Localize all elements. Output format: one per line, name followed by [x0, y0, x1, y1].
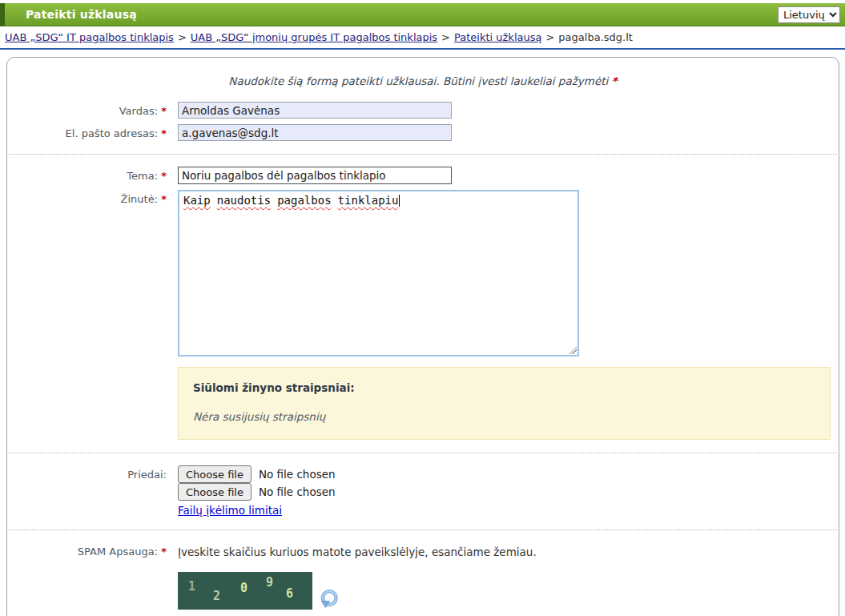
spam-label: SPAM Apsauga: * [7, 542, 167, 558]
no-file-chosen-text-2: No file chosen [259, 485, 336, 498]
captcha-digit: 1 [188, 581, 195, 593]
email-row: El. pašto adresas: * [7, 124, 839, 141]
message-row: Žinutė: * Kaipnaudotispagalbostinklapiu … [7, 190, 839, 440]
upload-limits-link[interactable]: Failų įkėlimo limitai [178, 504, 282, 517]
subject-row: Tema: * [7, 167, 839, 184]
choose-file-button-2[interactable]: Choose file [178, 483, 251, 501]
section-divider [9, 154, 837, 155]
spam-instruction-text: Įveskite skaičius kuriuos matote paveiks… [178, 542, 839, 558]
section-divider [9, 529, 837, 530]
required-marker: * [161, 170, 167, 182]
attachments-label: Priedai: [7, 465, 167, 481]
email-input[interactable] [178, 124, 452, 141]
kb-suggestions-box: Siūlomi žinyno straipsniai: Nėra susijus… [178, 367, 831, 440]
breadcrumb-current: pagalba.sdg.lt [558, 31, 633, 43]
header-divider [0, 48, 845, 50]
message-word: pagalbos [277, 194, 331, 207]
form-intro-label: Naudokite šią formą pateikti užklausai. … [228, 74, 608, 87]
subject-label: Tema: * [7, 167, 167, 182]
breadcrumb-link[interactable]: Pateikti užklausą [454, 31, 541, 43]
ticket-form-panel: Naudokite šią formą pateikti užklausai. … [6, 57, 839, 616]
required-marker: * [612, 74, 618, 87]
page-title: Pateikti užklausą [5, 8, 137, 21]
form-intro-text: Naudokite šią formą pateikti užklausai. … [7, 74, 839, 87]
name-label: Vardas: * [7, 102, 167, 117]
email-label: El. pašto adresas: * [7, 124, 167, 139]
breadcrumb-separator: > [178, 31, 187, 43]
breadcrumb-link[interactable]: UAB „SDG“ įmonių grupės IT pagalbos tink… [191, 31, 437, 43]
kb-suggestions-empty-text: Nėra susijusių straipsnių [193, 410, 815, 423]
required-marker: * [161, 105, 167, 117]
captcha-area: 12096 [178, 572, 839, 610]
captcha-image: 12096 [178, 572, 312, 610]
no-file-chosen-text-1: No file chosen [259, 468, 336, 481]
message-textarea[interactable]: Kaipnaudotispagalbostinklapiu [178, 190, 579, 356]
required-marker: * [161, 546, 167, 558]
language-select[interactable]: Lietuvių [778, 6, 840, 23]
file-input-1: Choose file No file chosen [178, 465, 839, 483]
section-divider [9, 453, 837, 453]
resize-grip-icon[interactable] [568, 345, 577, 354]
message-word: tinklapiu [338, 194, 399, 207]
kb-suggestions-title: Siūlomi žinyno straipsniai: [193, 381, 815, 394]
subject-input[interactable] [178, 167, 452, 184]
captcha-digit: 0 [240, 582, 247, 594]
message-label: Žinutė: * [7, 190, 167, 205]
message-word: Kaip [183, 194, 211, 207]
captcha-digit: 6 [286, 588, 293, 600]
breadcrumb-separator: > [441, 31, 450, 43]
breadcrumb-link[interactable]: UAB „SDG“ IT pagalbos tinklapis [5, 31, 174, 43]
breadcrumb-separator: > [545, 31, 554, 43]
required-marker: * [161, 127, 167, 139]
choose-file-button-1[interactable]: Choose file [178, 465, 251, 483]
name-row: Vardas: * [7, 102, 839, 119]
spam-row: SPAM Apsauga: * Įveskite skaičius kuriuo… [7, 542, 839, 616]
name-input[interactable] [178, 102, 452, 119]
captcha-digit: 9 [266, 577, 273, 589]
message-word: naudotis [217, 194, 271, 207]
text-caret [399, 195, 400, 207]
breadcrumb: UAB „SDG“ IT pagalbos tinklapis>UAB „SDG… [0, 26, 845, 47]
captcha-digit: 2 [213, 590, 220, 602]
file-input-2: Choose file No file chosen [178, 483, 839, 501]
captcha-refresh-icon[interactable] [319, 587, 340, 611]
page-header: Pateikti užklausą Lietuvių [0, 3, 845, 26]
required-marker: * [161, 193, 167, 205]
attachments-row: Priedai: Choose file No file chosen Choo… [7, 465, 839, 517]
